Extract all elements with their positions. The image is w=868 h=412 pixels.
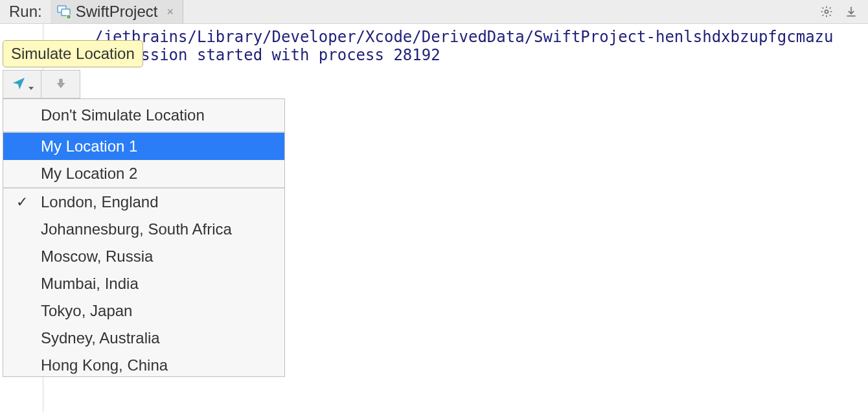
console-line: or session started with process 28192	[94, 46, 440, 64]
console-line: /jetbrains/Library/Developer/Xcode/Deriv…	[94, 28, 834, 46]
menu-item-preset-location[interactable]: Moscow, Russia	[3, 243, 284, 270]
dropdown-chevron-icon	[29, 87, 34, 90]
menu-item-label: Tokyo, Japan	[41, 302, 132, 319]
location-arrow-icon	[11, 76, 27, 93]
menu-item-preset-location[interactable]: Hong Kong, China	[3, 352, 284, 376]
run-label: Run:	[0, 0, 51, 23]
gear-icon[interactable]	[820, 5, 833, 18]
svg-point-0	[825, 10, 828, 14]
menu-item-label: Johannesburg, South Africa	[41, 220, 232, 238]
menu-item-preset-location[interactable]: Mumbai, India	[3, 270, 284, 297]
simulate-location-tooltip: Simulate Location	[3, 40, 143, 67]
scroll-down-button[interactable]	[41, 70, 80, 98]
menu-item-label: My Location 1	[41, 137, 137, 155]
run-toolwindow-header: Run: SwiftProject ×	[0, 0, 868, 24]
menu-item-preset-location[interactable]: ✓London, England	[3, 189, 284, 216]
menu-item-label: London, England	[41, 193, 159, 211]
console-sidebar-actions	[3, 70, 80, 98]
run-config-tab[interactable]: SwiftProject ×	[51, 0, 183, 23]
menu-item-label: Don't Simulate Location	[41, 106, 205, 124]
arrow-down-icon	[54, 76, 68, 93]
simulate-location-menu: Don't Simulate Location My Location 1My …	[3, 98, 285, 377]
header-right-actions	[820, 5, 868, 18]
close-tab-icon[interactable]: ×	[166, 5, 174, 19]
download-icon[interactable]	[845, 5, 858, 18]
project-icon	[57, 5, 71, 19]
menu-item-dont-simulate[interactable]: Don't Simulate Location	[3, 99, 284, 132]
menu-item-preset-location[interactable]: Sydney, Australia	[3, 325, 284, 352]
menu-item-custom-location[interactable]: My Location 1	[3, 133, 284, 160]
tab-title: SwiftProject	[76, 3, 158, 21]
simulate-location-button[interactable]	[3, 70, 41, 98]
menu-item-label: My Location 2	[41, 165, 137, 182]
tooltip-text: Simulate Location	[11, 45, 135, 62]
menu-item-label: Hong Kong, China	[41, 356, 168, 374]
menu-item-custom-location[interactable]: My Location 2	[3, 160, 284, 187]
menu-item-label: Mumbai, India	[41, 275, 139, 292]
menu-item-preset-location[interactable]: Tokyo, Japan	[3, 297, 284, 325]
check-icon: ✓	[16, 192, 28, 212]
menu-item-label: Moscow, Russia	[41, 247, 153, 265]
menu-item-label: Sydney, Australia	[41, 329, 160, 347]
menu-item-preset-location[interactable]: Johannesburg, South Africa	[3, 216, 284, 243]
